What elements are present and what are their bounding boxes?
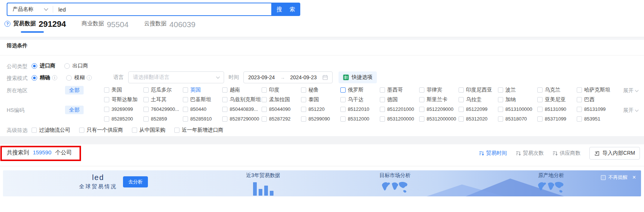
checkbox[interactable] xyxy=(222,116,227,122)
checkbox[interactable] xyxy=(380,107,385,112)
hs-checkbox-item[interactable]: 8512201000 xyxy=(380,106,419,112)
info-icon[interactable]: i xyxy=(87,75,92,80)
region-checkbox-item[interactable]: 波兰 xyxy=(498,87,537,93)
region-checkbox-item[interactable]: 印度 xyxy=(262,87,301,93)
region-checkbox-item[interactable]: 墨西哥 xyxy=(380,87,419,93)
banner-card-trade-data[interactable]: 近3年贸易数据 xyxy=(222,172,304,196)
checkbox[interactable] xyxy=(340,87,346,93)
banner-card-origin[interactable]: 原产地分析 xyxy=(510,172,592,196)
help-icon[interactable]: ? xyxy=(4,21,10,27)
hs-checkbox-item[interactable]: 85122099 xyxy=(459,106,498,112)
checkbox[interactable] xyxy=(174,128,179,133)
search-button[interactable]: 搜 索 xyxy=(271,3,300,16)
region-expand-link[interactable]: 展开 xyxy=(623,87,638,94)
checkbox[interactable] xyxy=(301,87,306,93)
import-crm-button[interactable]: 导入内部CRM xyxy=(589,147,640,160)
checkbox[interactable] xyxy=(459,116,464,122)
checkbox[interactable] xyxy=(577,97,582,102)
checkbox[interactable] xyxy=(498,87,503,93)
checkbox[interactable] xyxy=(459,107,464,112)
hs-checkbox-item[interactable]: 8512209000 xyxy=(419,106,459,112)
checkbox[interactable] xyxy=(262,87,267,93)
hs-checkbox-item[interactable]: 8513100000 xyxy=(498,106,537,112)
region-checkbox-item[interactable]: 亚美尼亚 xyxy=(537,96,577,103)
dismiss-label[interactable]: 不再提醒 xyxy=(608,174,628,181)
date-range-picker[interactable]: 2023-09-24 → 2024-09-23 xyxy=(243,71,333,83)
checkbox[interactable] xyxy=(419,107,424,112)
radio-fuzzy[interactable]: 模糊 i xyxy=(66,74,92,81)
checkbox[interactable] xyxy=(143,107,149,112)
checkbox[interactable] xyxy=(104,97,109,102)
region-checkbox-item[interactable]: 乌干达 xyxy=(340,96,380,103)
analyze-button[interactable]: 去分析 xyxy=(123,176,148,187)
region-checkbox-item[interactable]: 英国 xyxy=(183,87,222,93)
region-checkbox-item[interactable]: 乌兹别克斯坦 xyxy=(222,96,262,103)
region-checkbox-item[interactable]: 乌拉圭 xyxy=(459,96,498,103)
search-category-dropdown[interactable]: 产品名称 xyxy=(7,6,53,13)
region-checkbox-item[interactable]: 越南 xyxy=(222,87,262,93)
checkbox[interactable] xyxy=(183,116,188,122)
tab-cloud-search-data[interactable]: 云搜数据 406039 xyxy=(144,20,195,33)
banner-card-target-market[interactable]: 目标市场分析 xyxy=(354,172,436,196)
region-checkbox-item[interactable]: 菲律宾 xyxy=(419,87,459,93)
checkbox[interactable] xyxy=(380,116,385,122)
checkbox[interactable] xyxy=(498,107,503,112)
hs-checkbox-item[interactable]: 85371099 xyxy=(537,116,577,122)
region-checkbox-item[interactable]: 斯里兰卡 xyxy=(419,96,459,103)
checkbox[interactable] xyxy=(132,128,137,133)
checkbox[interactable] xyxy=(577,87,582,93)
checkbox[interactable] xyxy=(32,128,37,133)
close-icon[interactable]: × xyxy=(632,174,636,180)
checkbox[interactable] xyxy=(340,116,346,122)
checkbox[interactable] xyxy=(222,97,227,102)
hs-checkbox-item[interactable]: 39269099 xyxy=(104,106,143,112)
info-icon[interactable]: i xyxy=(52,75,57,80)
checkbox[interactable] xyxy=(459,87,464,93)
checkbox[interactable] xyxy=(537,107,543,112)
checkbox[interactable] xyxy=(537,97,543,102)
sort-option[interactable]: 贸易次数 xyxy=(516,150,544,157)
hs-checkbox-item[interactable]: 85131099 xyxy=(577,106,616,112)
region-checkbox-item[interactable]: 厄瓜多尔 xyxy=(143,87,183,93)
region-all-chip[interactable]: 全部 xyxy=(65,86,84,94)
checkbox[interactable] xyxy=(577,107,582,112)
hs-checkbox-item[interactable]: 851220 xyxy=(301,106,340,112)
checkbox[interactable] xyxy=(380,87,385,93)
checkbox[interactable] xyxy=(262,107,267,112)
hs-checkbox-item[interactable]: 853951 xyxy=(577,116,616,122)
region-checkbox-item[interactable]: 土耳其 xyxy=(143,96,183,103)
hs-checkbox-item[interactable]: 850440839... xyxy=(222,106,262,112)
checkbox[interactable] xyxy=(498,97,503,102)
region-checkbox-item[interactable]: 巴基斯坦 xyxy=(183,96,222,103)
checkbox[interactable] xyxy=(104,116,109,122)
hs-all-chip[interactable]: 全部 xyxy=(65,106,84,114)
radio-exporter[interactable]: 出口商 xyxy=(64,62,88,69)
region-checkbox-item[interactable]: 德国 xyxy=(380,96,419,103)
search-input[interactable] xyxy=(53,6,254,13)
dismiss-checkbox[interactable] xyxy=(601,175,606,180)
radio-exact[interactable]: 精确 i xyxy=(32,74,57,81)
hs-checkbox-item[interactable]: 85312000000 xyxy=(419,116,459,122)
region-checkbox-item[interactable]: 美国 xyxy=(104,87,143,93)
hs-checkbox-item[interactable]: 85312020 xyxy=(459,116,498,122)
radio-importer[interactable]: 进口商 xyxy=(32,62,55,69)
checkbox[interactable] xyxy=(419,97,424,102)
checkbox[interactable] xyxy=(143,116,149,122)
advanced-checkbox-item[interactable]: 过滤物流公司 xyxy=(32,127,70,134)
checkbox[interactable] xyxy=(340,97,346,102)
tab-trade-data[interactable]: ? 贸易数据 291294 xyxy=(4,20,66,33)
checkbox[interactable] xyxy=(301,107,306,112)
region-checkbox-item[interactable]: 哈萨克斯坦 xyxy=(577,87,616,93)
region-checkbox-item[interactable]: 哥斯达黎加 xyxy=(104,96,143,103)
checkbox[interactable] xyxy=(183,107,188,112)
date-start[interactable]: 2023-09-24 xyxy=(248,74,275,80)
hs-checkbox-item[interactable]: 85131090 xyxy=(537,106,577,112)
region-checkbox-item[interactable]: 泰国 xyxy=(301,96,340,103)
quick-options-button[interactable]: 快捷选项 xyxy=(339,71,377,83)
language-select[interactable]: 请选择翻译语言 xyxy=(128,71,224,83)
hs-checkbox-item[interactable]: 852859 xyxy=(143,116,183,122)
checkbox[interactable] xyxy=(537,87,543,93)
date-end[interactable]: 2024-09-23 xyxy=(290,74,317,80)
checkbox[interactable] xyxy=(262,116,267,122)
checkbox[interactable] xyxy=(262,97,267,102)
